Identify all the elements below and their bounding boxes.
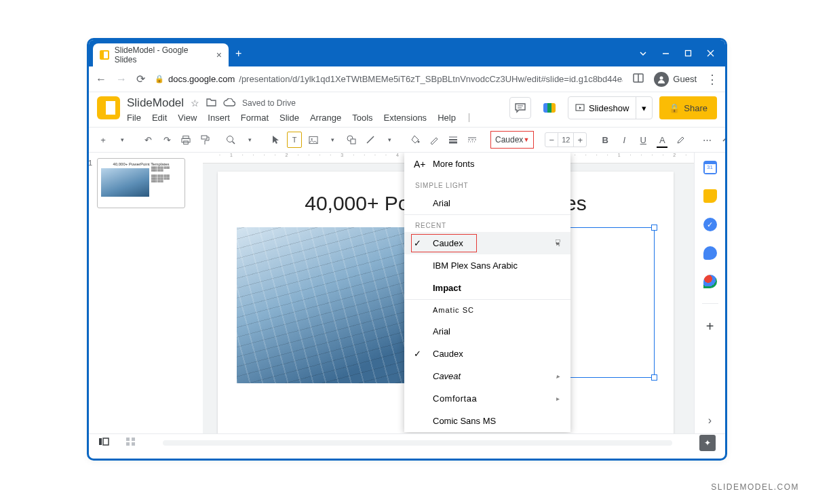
close-window-icon[interactable]: [707, 50, 714, 57]
address-field[interactable]: 🔒 docs.google.com/presentation/d/1ylk1qd…: [155, 74, 623, 84]
font-size-value[interactable]: 12: [558, 133, 574, 147]
border-color-icon[interactable]: [427, 131, 442, 149]
redo-icon[interactable]: ↷: [159, 131, 174, 149]
horizontal-scrollbar[interactable]: [163, 440, 672, 446]
menu-extensions[interactable]: Extensions: [384, 113, 427, 123]
font-size-minus[interactable]: −: [545, 135, 558, 145]
close-tab-icon[interactable]: ×: [216, 50, 222, 60]
comments-icon[interactable]: [509, 97, 531, 119]
maps-icon[interactable]: [703, 275, 717, 288]
more-tools-icon[interactable]: ⋯: [699, 131, 714, 149]
avatar-icon: [654, 72, 669, 87]
font-item-ibmplex-recent[interactable]: IBM Plex Sans Arabic: [404, 254, 570, 277]
font-item-caudex-recent[interactable]: ✓Caudex▸☟: [404, 232, 570, 254]
menu-arrange[interactable]: Arrange: [310, 113, 341, 123]
reload-icon[interactable]: ⟳: [136, 73, 145, 85]
font-item-arial-theme[interactable]: Arial: [404, 192, 570, 214]
font-size-plus[interactable]: +: [574, 135, 586, 145]
menu-help[interactable]: Help: [438, 113, 456, 123]
filmstrip-view-icon[interactable]: [98, 437, 109, 449]
menu-slide[interactable]: Slide: [279, 113, 299, 123]
slideshow-label: Slideshow: [589, 103, 629, 113]
profile-chip[interactable]: Guest: [654, 72, 697, 87]
new-slide-dropdown[interactable]: ▾: [115, 131, 130, 149]
grid-view-icon[interactable]: [125, 437, 136, 449]
slides-logo[interactable]: [97, 96, 120, 119]
keep-icon[interactable]: [703, 189, 717, 203]
shape-icon[interactable]: [344, 131, 359, 149]
browser-tab[interactable]: SlideModel - Google Slides ×: [93, 43, 229, 66]
meet-icon[interactable]: [538, 96, 561, 119]
undo-icon[interactable]: ↶: [140, 131, 155, 149]
font-item-comicsans[interactable]: Comic Sans MS: [404, 410, 570, 432]
explore-button[interactable]: [699, 435, 716, 451]
cloud-icon[interactable]: [223, 98, 235, 109]
textbox-icon[interactable]: T: [287, 132, 302, 148]
collapse-sidepanel-icon[interactable]: ›: [708, 414, 712, 427]
bold-button[interactable]: B: [598, 131, 613, 149]
zoom-icon[interactable]: [223, 131, 238, 149]
highlight-color-icon[interactable]: [674, 131, 689, 149]
font-item-comfortaa[interactable]: Comfortaa▸: [404, 387, 570, 410]
new-slide-button[interactable]: +: [96, 131, 111, 149]
collapse-toolbar-icon[interactable]: [718, 131, 725, 149]
menu-format[interactable]: Format: [241, 113, 269, 123]
doc-title[interactable]: SlideModel: [127, 96, 184, 110]
font-item-arial[interactable]: Arial: [404, 320, 570, 343]
window-controls: [628, 40, 725, 66]
font-select[interactable]: Caudex ▼: [490, 131, 534, 149]
menu-view[interactable]: View: [178, 113, 197, 123]
svg-rect-31: [126, 442, 130, 446]
canvas[interactable]: ·1····2····3····4····5····6····7····1···…: [203, 153, 694, 433]
italic-button[interactable]: I: [617, 131, 632, 149]
new-tab-button[interactable]: +: [235, 47, 241, 60]
menu-overflow-icon[interactable]: ⏐: [467, 113, 471, 123]
line-dropdown[interactable]: ▾: [382, 131, 397, 149]
thumb-image: [101, 168, 149, 197]
thumbnail-panel[interactable]: 40,000+ PowerPoint Templates ████ ████ █…: [89, 153, 203, 433]
check-icon: ✓: [414, 238, 421, 248]
menu-tools[interactable]: Tools: [352, 113, 372, 123]
border-weight-icon[interactable]: [446, 131, 461, 149]
line-icon[interactable]: [363, 131, 378, 149]
share-button[interactable]: 🔒 Share: [659, 96, 717, 119]
browser-menu-icon[interactable]: ⋮: [706, 72, 718, 87]
text-color-icon[interactable]: A: [655, 131, 670, 149]
print-icon[interactable]: [178, 131, 193, 149]
svg-rect-8: [183, 136, 189, 138]
contacts-icon[interactable]: [703, 246, 717, 260]
minimize-icon[interactable]: [662, 50, 670, 57]
font-item-amatic[interactable]: Amatic SC: [404, 300, 570, 320]
chevron-down-icon[interactable]: [639, 50, 647, 58]
slideshow-dropdown[interactable]: ▾: [636, 97, 652, 119]
zoom-dropdown[interactable]: ▾: [242, 131, 257, 149]
image-dropdown[interactable]: ▾: [325, 131, 340, 149]
star-icon[interactable]: ☆: [191, 98, 199, 109]
slide-thumbnail[interactable]: 40,000+ PowerPoint Templates ████ ████ █…: [97, 158, 185, 208]
font-size-stepper[interactable]: − 12 +: [545, 132, 587, 147]
svg-rect-11: [201, 136, 207, 139]
paint-format-icon[interactable]: [197, 131, 212, 149]
tasks-icon[interactable]: [703, 218, 717, 231]
more-fonts-item[interactable]: A+More fonts: [404, 153, 570, 175]
menu-insert[interactable]: Insert: [208, 113, 230, 123]
move-icon[interactable]: [206, 98, 216, 109]
reading-list-icon[interactable]: [632, 72, 644, 87]
calendar-icon[interactable]: [703, 161, 717, 174]
maximize-icon[interactable]: [684, 50, 692, 57]
image-icon[interactable]: [306, 131, 321, 149]
font-item-impact-recent[interactable]: Impact: [404, 277, 570, 299]
font-item-caveat[interactable]: Caveat▸: [404, 365, 570, 387]
addons-plus-icon[interactable]: +: [706, 319, 714, 334]
underline-button[interactable]: U: [636, 131, 651, 149]
fill-color-icon[interactable]: [408, 131, 423, 149]
back-icon[interactable]: ←: [96, 73, 106, 85]
border-dash-icon[interactable]: [465, 131, 480, 149]
menu-file[interactable]: File: [127, 113, 141, 123]
font-item-caudex[interactable]: ✓Caudex: [404, 343, 570, 365]
menu-edit[interactable]: Edit: [152, 113, 167, 123]
section-theme: SIMPLE LIGHT: [404, 175, 570, 192]
slideshow-button[interactable]: Slideshow ▾: [568, 96, 653, 119]
forward-icon[interactable]: →: [116, 73, 127, 85]
select-icon[interactable]: [268, 131, 283, 149]
